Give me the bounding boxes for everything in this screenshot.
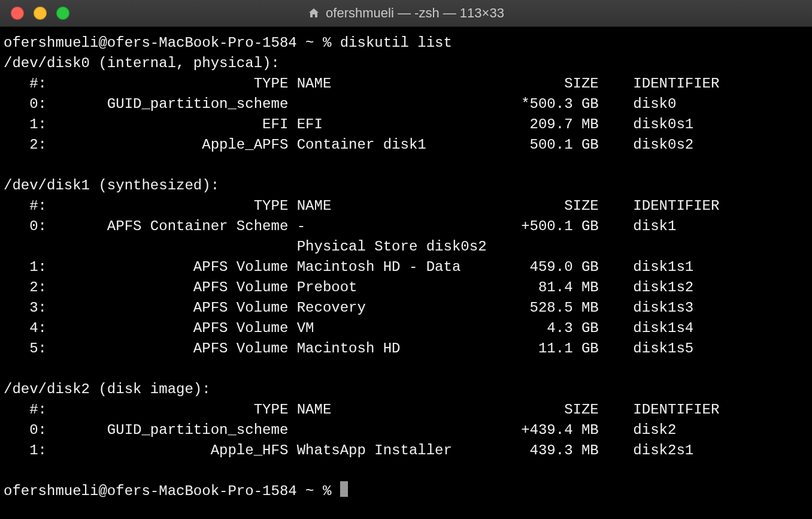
terminal-output[interactable]: ofershmueli@ofers-MacBook-Pro-1584 ~ % d… xyxy=(0,27,812,519)
close-button[interactable] xyxy=(11,7,24,20)
shell-prompt: ofershmueli@ofers-MacBook-Pro-1584 ~ % xyxy=(4,483,340,499)
titlebar[interactable]: ofershmueli — -zsh — 113×33 xyxy=(0,0,812,27)
window-title-text: ofershmueli — -zsh — 113×33 xyxy=(326,5,504,21)
terminal-window: ofershmueli — -zsh — 113×33 ofershmueli@… xyxy=(0,0,812,519)
zoom-button[interactable] xyxy=(56,7,69,20)
home-icon xyxy=(308,7,320,19)
traffic-lights xyxy=(0,7,69,20)
cursor xyxy=(340,481,348,497)
minimize-button[interactable] xyxy=(34,7,47,20)
window-title: ofershmueli — -zsh — 113×33 xyxy=(0,5,812,21)
